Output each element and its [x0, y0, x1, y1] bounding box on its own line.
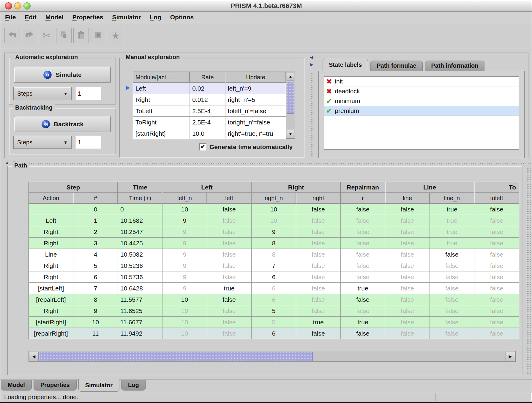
tab-state-labels[interactable]: State labels: [323, 59, 368, 71]
generate-time-label: Generate time automatically: [209, 143, 293, 151]
minimize-window-button[interactable]: [14, 2, 21, 10]
path-cell: 10: [162, 317, 207, 328]
manual-row[interactable]: Left0.02left_n'=9: [133, 83, 286, 94]
state-label-row[interactable]: ✔premium: [324, 106, 519, 116]
scroll-left-button[interactable]: ◀: [29, 352, 39, 361]
menu-item-file[interactable]: File: [5, 14, 16, 21]
menu-item-log[interactable]: Log: [150, 14, 161, 21]
manual-cell: 10.0: [190, 128, 225, 139]
cut-scissors-button[interactable]: ✂: [39, 28, 54, 43]
manual-cell: Right: [133, 94, 190, 105]
collapse-right-icon[interactable]: ▶: [310, 62, 313, 67]
tab-path-formulae[interactable]: Path formulae: [370, 61, 422, 71]
manual-row[interactable]: ToRight2.5E-4toright_n'=false: [133, 116, 286, 128]
zoom-window-button[interactable]: [23, 2, 31, 10]
path-cell: false: [474, 238, 519, 249]
cross-icon: ✖: [326, 88, 332, 95]
manual-row[interactable]: ToLeft2.5E-4toleft_n'=false: [133, 105, 286, 116]
redo-arrow-button[interactable]: [22, 28, 37, 43]
simulate-steps-select[interactable]: Steps ▼: [13, 87, 72, 100]
path-row[interactable]: [repairLeft]811.557710false6falsefalsefa…: [29, 294, 519, 305]
manual-row[interactable]: [startRight]10.0right'=true, r'=tru: [133, 128, 286, 139]
path-row[interactable]: Left110.16829false10falsefalsefalsetruef…: [29, 215, 519, 226]
scroll-up-button[interactable]: ▲: [287, 72, 294, 80]
path-row[interactable]: [startRight]1011.667710false5truetruefal…: [29, 316, 519, 328]
path-row[interactable]: Right911.652510false5falsefalsefalsefals…: [29, 305, 519, 316]
path-cell: 5: [252, 317, 296, 328]
path-cell: 9: [162, 238, 207, 249]
backtrack-button[interactable]: Backtrack: [14, 116, 111, 132]
path-cell: 10.6428: [118, 283, 162, 294]
scroll-right-button[interactable]: ▶: [506, 352, 515, 361]
path-group-header: Line: [385, 182, 474, 193]
menu-item-options[interactable]: Options: [170, 14, 194, 21]
path-cell: 1: [73, 215, 118, 226]
path-cell: false: [385, 283, 430, 294]
path-cell: false: [296, 283, 341, 294]
scroll-down-button[interactable]: ▼: [287, 130, 294, 138]
path-cell: 10.5236: [118, 260, 162, 271]
undo-arrow-button[interactable]: [4, 28, 20, 43]
collapse-left-icon[interactable]: ◀: [310, 55, 313, 60]
manual-table-vertical-scrollbar[interactable]: ▲ ▼: [286, 72, 295, 139]
path-cell: false: [341, 271, 385, 282]
path-cell: true: [341, 317, 385, 328]
simulate-icon: [43, 70, 52, 79]
tab-properties[interactable]: Properties: [34, 380, 77, 391]
path-table-body: 0010false10falsefalsefalsetruefalseLeft1…: [29, 203, 519, 339]
manual-row[interactable]: Right0.012right_n'=5: [133, 94, 286, 105]
path-row[interactable]: Right210.25479false9falsefalsefalsetruef…: [29, 226, 519, 237]
path-row[interactable]: Right310.44259false8falsefalsefalsetruef…: [29, 237, 519, 249]
manual-cell: right_n'=5: [225, 94, 286, 105]
copy-pages-button[interactable]: [56, 28, 72, 43]
simulate-button[interactable]: Simulate: [14, 67, 111, 83]
path-cell: 10: [162, 204, 207, 215]
backtrack-steps-select-label: Steps: [17, 139, 32, 146]
star-button[interactable]: ★: [108, 28, 123, 43]
tab-log[interactable]: Log: [121, 380, 146, 391]
simulate-steps-input[interactable]: [75, 87, 101, 100]
scrollbar-thumb[interactable]: [39, 352, 313, 361]
manual-table-body: Left0.02left_n'=9Right0.012right_n'=5ToL…: [133, 83, 286, 139]
path-row[interactable]: Line410.50829false8falsefalsefalsefalsef…: [29, 249, 519, 260]
scrollbar-thumb[interactable]: [287, 81, 294, 114]
menu-item-model[interactable]: Model: [45, 14, 64, 21]
collapse-up-icon[interactable]: ▲: [5, 160, 9, 165]
path-cell: 9: [73, 305, 118, 316]
tab-simulator[interactable]: Simulator: [78, 379, 119, 392]
path-row[interactable]: Right510.52369false7falsefalsefalsefalse…: [29, 260, 519, 271]
menu-item-properties[interactable]: Properties: [72, 14, 103, 21]
backtrack-steps-input[interactable]: [75, 136, 101, 149]
backtrack-steps-select[interactable]: Steps ▼: [13, 136, 72, 149]
path-row[interactable]: [startLeft]710.64289true6falsetruefalsef…: [29, 282, 519, 294]
path-cell: 10: [73, 317, 118, 328]
state-label-row[interactable]: ✖init: [324, 77, 519, 86]
state-label-name: premium: [335, 107, 359, 114]
delete-box-button[interactable]: [91, 28, 106, 43]
path-row[interactable]: [repairRight]1111.949210false6falsefalse…: [29, 328, 519, 339]
splitter-grip[interactable]: [20, 161, 532, 164]
path-horizontal-scrollbar[interactable]: ◀ ▶: [29, 351, 516, 362]
menu-item-simulator[interactable]: Simulator: [112, 14, 141, 21]
close-window-button[interactable]: [5, 2, 12, 10]
menu-item-edit[interactable]: Edit: [25, 14, 37, 21]
right-splitter-grip[interactable]: [527, 166, 531, 375]
path-cell: false: [474, 271, 519, 282]
state-label-row[interactable]: ✖deadlock: [324, 86, 519, 96]
splitter-grip[interactable]: [311, 72, 314, 157]
state-labels-list: ✖init✖deadlock✔minimum✔premium: [324, 76, 519, 150]
generate-time-checkbox[interactable]: [199, 143, 206, 151]
horizontal-splitter[interactable]: ▲ ▼: [0, 160, 532, 165]
path-cell: false: [474, 305, 519, 316]
path-cell: 9: [162, 260, 207, 271]
state-label-row[interactable]: ✔minimum: [324, 96, 519, 106]
path-cell: 6: [252, 283, 296, 294]
path-row[interactable]: Right610.57369false6falsefalsefalsefalse…: [29, 271, 519, 282]
paste-clipboard-button[interactable]: [73, 28, 89, 43]
copy-pages-icon: [59, 30, 69, 41]
tab-model[interactable]: Model: [1, 380, 32, 391]
tab-path-information[interactable]: Path information: [425, 61, 485, 71]
path-row[interactable]: 0010false10falsefalsefalsetruefalse: [29, 203, 519, 215]
vertical-splitter[interactable]: ◀ ▶: [310, 54, 315, 157]
simulator-top-panel: Automatic exploration Simulate Steps ▼ B…: [4, 53, 528, 158]
